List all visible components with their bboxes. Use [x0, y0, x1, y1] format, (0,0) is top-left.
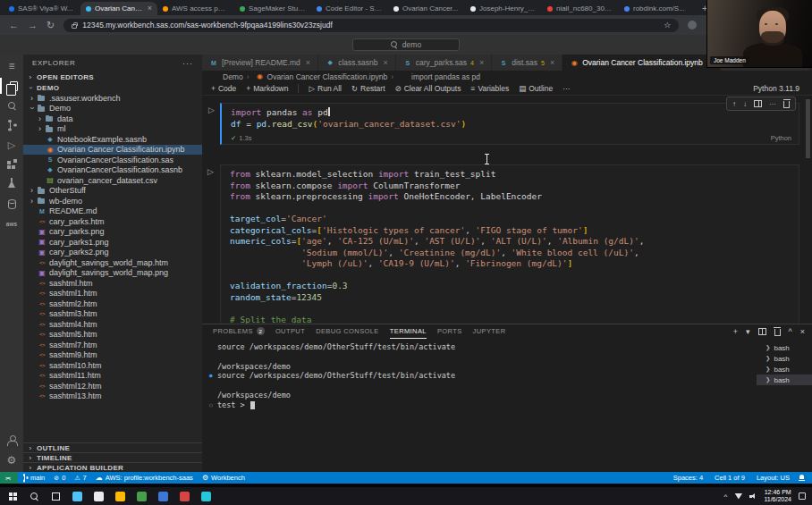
taskbar-app-browser[interactable] — [173, 487, 195, 505]
notebook-body[interactable]: ↑ ↓ ··· import pandas as pddf = pd.read_… — [202, 96, 812, 324]
browser-tab-robdink[interactable]: robdink.com/S... — [619, 2, 696, 15]
tree-item[interactable]: cary_parks.htm — [23, 216, 202, 227]
source-control-icon[interactable] — [0, 115, 23, 135]
spaces-indicator[interactable]: Spaces: 4 — [666, 472, 707, 484]
browser-tab-active[interactable]: Ovarian Cancer I... — [80, 2, 157, 15]
terminal-list-item[interactable]: bash — [757, 364, 812, 375]
panel-tab-problems[interactable]: PROBLEMS 2 — [213, 324, 265, 339]
run-debug-icon[interactable] — [0, 135, 23, 155]
notebook-cell-2[interactable]: from sklearn.model_selection import trai… — [220, 164, 799, 324]
more-actions-button[interactable]: ··· — [562, 84, 573, 93]
outline-section[interactable]: › OUTLINE — [23, 442, 202, 452]
taskbar-app-excel[interactable] — [131, 487, 152, 505]
kernel-picker[interactable]: Python 3.11.9 — [753, 84, 812, 93]
tree-item[interactable]: sashtml10.htm — [23, 360, 202, 371]
browser-tab-sagemaker[interactable]: SageMaker Stud... — [234, 2, 311, 15]
volume-icon[interactable] — [749, 492, 757, 500]
editor-tab-active[interactable]: Ovarian Cancer Classification.ipynb — [562, 55, 721, 71]
panel-tab-debug-console[interactable]: DEBUG CONSOLE — [316, 324, 379, 339]
restart-kernel-button[interactable]: ↻ Restart — [351, 84, 385, 93]
tree-item[interactable]: › Demo — [23, 104, 202, 114]
tree-item[interactable]: › data — [23, 114, 202, 124]
tree-item[interactable]: sashtml7.htm — [23, 340, 202, 350]
account-icon[interactable] — [0, 431, 23, 450]
browser-profile-avatar[interactable] — [688, 21, 697, 29]
taskbar-app-outlook[interactable] — [152, 487, 173, 505]
clear-all-outputs-button[interactable]: ⊘ Clear All Outputs — [395, 84, 461, 93]
add-code-cell-button[interactable]: + Code — [211, 84, 236, 93]
kill-terminal-icon[interactable] — [774, 329, 781, 336]
tree-item[interactable]: daylight_savings_world_map.png — [23, 268, 202, 279]
move-cell-up-icon[interactable]: ↑ — [732, 100, 736, 108]
browser-tab-sas-viya[interactable]: SAS® Viya® W... — [4, 2, 80, 15]
maximize-panel-icon[interactable]: ^ — [789, 327, 792, 336]
cell-code-editor[interactable]: from sklearn.model_selection import trai… — [221, 165, 799, 324]
run-all-button[interactable]: ▷ Run All — [298, 84, 341, 93]
warnings-status[interactable]: 7 — [70, 472, 90, 484]
taskbar-app-edge[interactable] — [66, 487, 88, 505]
tab-close-icon[interactable] — [479, 58, 484, 67]
tree-item[interactable]: sashtml2.htm — [23, 299, 202, 309]
extensions-icon[interactable] — [0, 155, 23, 174]
tree-item[interactable]: sashtml.htm — [23, 278, 202, 289]
errors-status[interactable]: 0 — [49, 472, 70, 484]
delete-cell-icon[interactable] — [783, 101, 790, 108]
variables-button[interactable]: ≡ Variables — [470, 84, 509, 93]
git-branch-status[interactable]: main — [18, 472, 49, 484]
split-cell-icon[interactable] — [754, 100, 762, 107]
task-view-button[interactable] — [45, 487, 66, 505]
clock[interactable]: 12:46 PM 11/6/2024 — [764, 489, 791, 503]
editor-tab[interactable]: [Preview] README.md — [202, 55, 318, 71]
aws-icon[interactable]: aws — [0, 214, 23, 233]
tree-item[interactable]: sashtml11.htm — [23, 371, 202, 382]
browser-tab-joseph[interactable]: Joseph-Henry_s... — [465, 2, 542, 15]
panel-tab-output[interactable]: OUTPUT — [275, 324, 305, 339]
move-cell-down-icon[interactable]: ↓ — [743, 100, 747, 108]
application-builder-section[interactable]: › APPLICATION BUILDER — [23, 462, 202, 472]
add-markdown-cell-button[interactable]: + Markdown — [246, 84, 288, 93]
search-icon[interactable] — [0, 96, 23, 115]
split-terminal-icon[interactable] — [758, 328, 766, 335]
workspace-section[interactable]: › DEMO — [23, 82, 202, 93]
tree-item[interactable]: cary_parks2.png — [23, 248, 202, 258]
settings-gear-icon[interactable] — [0, 450, 23, 470]
cell-language[interactable]: Python — [771, 134, 791, 142]
tree-item[interactable]: NotebookExample.sasnb — [23, 134, 202, 145]
panel-tab-ports[interactable]: PORTS — [437, 324, 462, 339]
terminal-list-item[interactable]: bash — [757, 342, 812, 353]
cell-indicator[interactable]: Cell 1 of 9 — [707, 472, 749, 484]
editor-tab[interactable]: class.sasnb — [318, 55, 396, 71]
notification-center-icon[interactable] — [799, 492, 806, 500]
address-bar[interactable]: 12345.my.workbench.sas.com/sas-workbench… — [63, 19, 679, 32]
back-icon[interactable]: ← — [9, 21, 19, 30]
workbench-status[interactable]: Workbench — [198, 472, 250, 484]
tree-item[interactable]: cary_parks1.png — [23, 237, 202, 248]
browser-tab-code-editor[interactable]: Code Editor - Sa... — [311, 2, 388, 15]
close-panel-icon[interactable]: × — [800, 327, 805, 336]
terminal-dropdown-icon[interactable]: ▾ — [746, 327, 750, 336]
panel-tab-jupyter[interactable]: JUPYTER — [473, 324, 506, 339]
url-text[interactable]: 12345.my.workbench.sas.com/sas-workbench… — [82, 21, 333, 29]
panel-tab-terminal[interactable]: TERMINAL — [390, 324, 427, 339]
tree-item[interactable]: README.md — [23, 206, 202, 217]
terminal[interactable]: source /workspaces/demo/OtherStuff/test/… — [202, 339, 757, 472]
scrollbar-thumb[interactable] — [806, 99, 810, 158]
browser-tab-ovarian[interactable]: Ovarian Cancer... — [388, 2, 465, 15]
aws-profile-status[interactable]: AWS: profile:workbench-saas — [91, 472, 198, 484]
tree-item[interactable]: OvarianCancerClassification.sas — [23, 155, 202, 165]
breadcrumb-item[interactable]: import pandas as pd — [387, 72, 480, 81]
tree-item[interactable]: daylight_savings_world_map.htm — [23, 257, 202, 268]
tree-item[interactable]: sashtml4.htm — [23, 319, 202, 330]
tree-item[interactable]: sashtml1.htm — [23, 289, 202, 299]
taskbar-app-chrome[interactable] — [88, 487, 109, 505]
database-icon[interactable] — [0, 194, 23, 214]
breadcrumb-item[interactable]: Demo — [211, 72, 243, 81]
editor-tab[interactable]: cary_parks.sas 4 — [396, 55, 492, 71]
run-cell-icon[interactable] — [207, 167, 214, 176]
browser-tab-aws[interactable]: AWS access por... — [157, 2, 234, 15]
taskbar-app-vscode[interactable] — [195, 487, 216, 505]
breadcrumb-item[interactable]: Ovarian Cancer Classification.ipynb — [243, 72, 388, 81]
start-button[interactable] — [2, 487, 23, 505]
timeline-section[interactable]: › TIMELINE — [23, 452, 202, 462]
cell-code-editor[interactable]: import pandas as pddf = pd.read_csv('ova… — [222, 104, 799, 131]
